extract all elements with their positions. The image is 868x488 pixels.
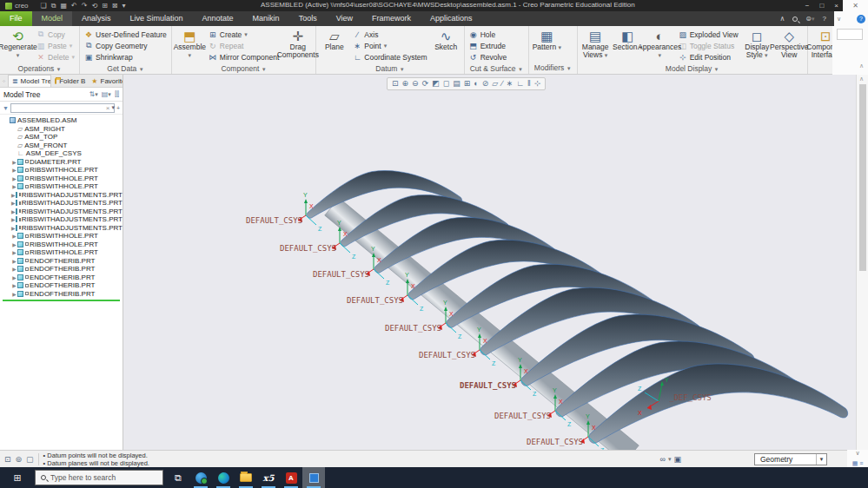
taskbar-creo[interactable] (302, 467, 325, 488)
ribbon-item-plane[interactable]: ▱Plane (318, 27, 350, 64)
tree-item-endoftherib-prt[interactable]: ▶ENDOFTHERIB.PRT (0, 290, 123, 299)
tree-item-ribswithhole-prt[interactable]: ▶RIBSWITHHOLE.PRT (0, 248, 123, 257)
tab-annotate[interactable]: Annotate (193, 11, 243, 26)
expander-icon[interactable]: ▶ (11, 175, 17, 181)
tree-item-diameter-prt[interactable]: ▶DIAMETER.PRT (0, 158, 123, 167)
expander-icon[interactable]: ▶ (11, 183, 17, 189)
show-model-tree-icon[interactable]: ⊡ (4, 455, 11, 464)
view-manager-icon[interactable]: ⊞ (464, 78, 471, 89)
expander-icon[interactable]: ▶ (11, 258, 17, 264)
asm-csys-label[interactable]: _DEF_CSYS (669, 393, 712, 402)
tree-item-asm-right[interactable]: ▱ASM_RIGHT (0, 125, 123, 134)
plane-display-icon[interactable]: ▱ (492, 78, 498, 89)
tree-item-ribswithhole-prt[interactable]: ▶RIBSWITHHOLE.PRT (0, 166, 123, 175)
redo-icon[interactable]: ↷ (82, 2, 88, 10)
model-box-icon[interactable]: ▣ (673, 455, 681, 464)
taskbar-edge[interactable] (212, 467, 235, 488)
tree-item-ribswithadjustments-prt[interactable]: ▶RIBSWITHADJUSTMENTS.PRT (0, 215, 123, 224)
panel-tab-favorite[interactable]: ★Favorite (88, 75, 123, 87)
options-menu-icon[interactable]: ⊜▾ (805, 15, 814, 23)
repaint-icon[interactable]: ⟳ (422, 78, 429, 89)
filter-clear-icon[interactable]: × (106, 104, 110, 112)
tree-item-ribswithadjustments-prt[interactable]: ▶RIBSWITHADJUSTMENTS.PRT (0, 224, 123, 233)
tab-live-simulation[interactable]: Live Simulation (121, 11, 193, 26)
group-label[interactable]: Component ▼ (174, 64, 315, 74)
expander-icon[interactable]: ▶ (11, 167, 17, 173)
ribbon-item-revolve[interactable]: ↺Revolve (469, 51, 507, 63)
ribbon-item-sketch[interactable]: ∿Sketch (430, 27, 462, 64)
bg-chevron-icon[interactable]: ∨ (837, 16, 841, 23)
ribbon-item-pattern[interactable]: ▦Pattern ▾ (531, 27, 563, 63)
ribbon-item-extrude[interactable]: ⬒Extrude (469, 40, 507, 51)
csys-label-9[interactable]: DEFAULT_CSYS (527, 438, 583, 446)
ribbon-item-manage-views[interactable]: ▤Manage Views ▾ (580, 27, 612, 64)
taskbar-app-x5[interactable]: x5 (257, 467, 280, 488)
tree-item-ribswithadjustments-prt[interactable]: ▶RIBSWITHADJUSTMENTS.PRT (0, 208, 123, 216)
ribbon-item-point[interactable]: ∗Point▾ (353, 40, 427, 51)
group-label[interactable]: Get Data ▼ (82, 64, 169, 74)
tree-item-asm-front[interactable]: ▱ASM_FRONT (0, 142, 123, 150)
tree-item-ribswithadjustments-prt[interactable]: ▶RIBSWITHADJUSTMENTS.PRT (0, 191, 123, 200)
collapse-ribbon-icon[interactable]: ∧ (779, 15, 785, 23)
tree-filter-input[interactable] (10, 103, 115, 113)
refit-icon[interactable]: ⊡ (392, 78, 399, 89)
group-label[interactable]: Model Intent ▼ (810, 64, 832, 74)
expander-icon[interactable]: ▶ (11, 274, 17, 280)
expander-icon[interactable]: ▶ (11, 241, 17, 247)
ribbon-item-perspective-view[interactable]: ◇Perspective View (773, 27, 805, 64)
shade-icon[interactable]: ◩ (432, 78, 440, 89)
bg-scroll-top-icon[interactable]: ∧ (859, 63, 864, 69)
bg-grid-icon[interactable]: ▦ ≡ (852, 460, 864, 466)
tree-item-ribswithhole-prt[interactable]: ▶RIBSWITHHOLE.PRT (0, 232, 123, 241)
expander-icon[interactable]: ▶ (11, 282, 17, 288)
regenerate-quick-icon[interactable]: ⟲ (91, 2, 97, 10)
tree-item-ribswithhole-prt[interactable]: ▶RIBSWITHHOLE.PRT (0, 175, 123, 183)
expander-icon[interactable]: ▶ (11, 159, 17, 165)
ribbon-item-axis[interactable]: ∕Axis (353, 29, 427, 40)
tab-tools[interactable]: Tools (289, 11, 327, 26)
graphics-area[interactable]: Y X Z Y X Z Y X Z Y X Z Y X Z Y X Z Y X … (123, 75, 856, 450)
tab-applications[interactable]: Applications (421, 11, 482, 26)
expander-icon[interactable]: ▶ (11, 249, 17, 255)
tree-item-assembled-asm[interactable]: ASSEMBLED.ASM (0, 116, 123, 125)
ribbon-item-exploded-view[interactable]: ▨Exploded View (679, 29, 739, 40)
bg-window-close[interactable]: ✕ (843, 0, 868, 11)
ribbon-item-mirror-component[interactable]: ⋈Mirror Component (209, 51, 280, 63)
csys-label-6[interactable]: DEFAULT_CSYS (419, 351, 475, 359)
save-icon[interactable]: ▦ (60, 2, 67, 10)
new-file-icon[interactable]: ❏ (41, 2, 47, 10)
csys-label-3[interactable]: DEFAULT_CSYS (313, 270, 369, 279)
tree-item-endoftherib-prt[interactable]: ▶ENDOFTHERIB.PRT (0, 274, 123, 282)
customize-qat-icon[interactable]: ▾ (123, 2, 126, 10)
bg-scroll-down-icon[interactable]: ∨ (855, 451, 859, 456)
group-label[interactable]: Model Display ▼ (580, 64, 805, 74)
ribbon-item-copy-geometry[interactable]: ⧉Copy Geometry (84, 40, 167, 51)
expander-icon[interactable]: ▶ (11, 266, 17, 272)
window-new-icon[interactable]: ⊞ (102, 2, 108, 10)
show-browser-icon[interactable]: ⊚ (16, 455, 23, 464)
find-menu-icon[interactable]: ▾ (668, 456, 672, 463)
panel-tab-model-tree[interactable]: ≣Model Tree (8, 75, 51, 87)
axis-display-icon[interactable]: ∕ (501, 78, 503, 89)
ribbon-item-hole[interactable]: ◉Hole (469, 29, 507, 40)
ribbon-item-edit-position[interactable]: ⊹Edit Position (679, 51, 739, 63)
selection-filter[interactable]: Geometry ▼ (754, 453, 827, 465)
full-window-icon[interactable]: ▢ (26, 455, 34, 464)
csys-label-4[interactable]: DEFAULT_CSYS (347, 296, 403, 305)
close-button[interactable]: × (834, 0, 838, 11)
taskbar-search[interactable]: Type here to search (35, 470, 163, 485)
help-icon[interactable]: ? (823, 15, 826, 23)
group-label[interactable]: Modifiers ▼ (531, 63, 575, 74)
find-icon[interactable]: ∞ (660, 455, 666, 464)
taskbar-task-view[interactable]: ⧉ (167, 467, 189, 488)
tree-item-ribswithhole-prt[interactable]: ▶RIBSWITHHOLE.PRT (0, 241, 123, 249)
tab-file[interactable]: File (0, 11, 32, 26)
tab-manikin[interactable]: Manikin (243, 11, 289, 26)
pause-icon[interactable]: ‖ (527, 78, 531, 89)
tree-item-ribswithhole-prt[interactable]: ▶RIBSWITHHOLE.PRT (0, 182, 123, 191)
group-label[interactable]: Datum ▼ (318, 64, 461, 74)
csys-label-2[interactable]: DEFAULT_CSYS (280, 244, 336, 253)
undo-icon[interactable]: ↶ (71, 2, 77, 10)
insertion-locator[interactable] (3, 300, 120, 301)
zoom-in-icon[interactable]: ⊕ (402, 78, 409, 89)
